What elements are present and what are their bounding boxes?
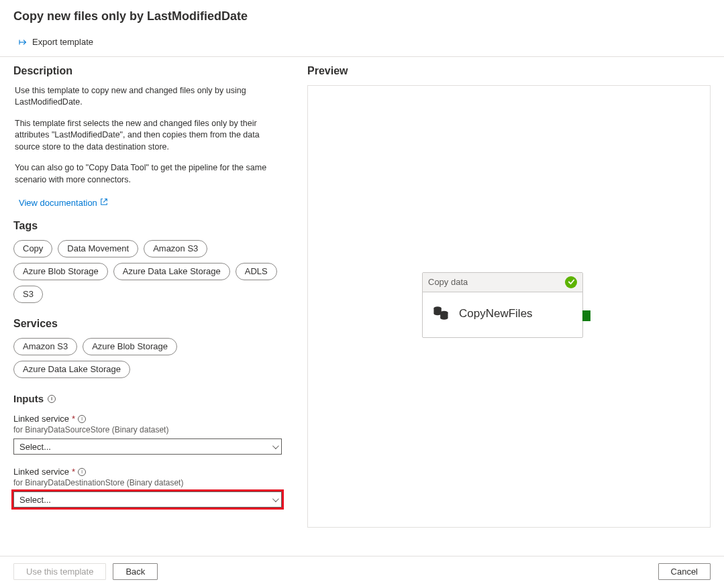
description-block: Use this template to copy new and change… xyxy=(13,85,289,186)
page-title: Copy new files only by LastModifiedDate xyxy=(13,9,711,23)
tag-pill: Azure Data Lake Storage xyxy=(113,263,230,280)
activity-header: Copy data xyxy=(423,273,582,292)
left-column: Description Use this template to copy ne… xyxy=(13,65,289,556)
page-header: Copy new files only by LastModifiedDate xyxy=(0,0,724,33)
service-pill: Azure Blob Storage xyxy=(83,338,177,355)
main-area: Description Use this template to copy ne… xyxy=(0,57,724,556)
tag-pill: Amazon S3 xyxy=(144,240,207,257)
activity-name-label: CopyNewFiles xyxy=(459,307,533,320)
select-placeholder: Select... xyxy=(19,495,51,505)
description-paragraph: You can also go to "Copy Data Tool" to g… xyxy=(15,162,276,186)
export-template-link[interactable]: Export template xyxy=(19,37,93,47)
services-heading: Services xyxy=(13,318,289,330)
footer-left: Use this template Back xyxy=(13,563,158,580)
services-row: Amazon S3 Azure Blob Storage Azure Data … xyxy=(13,338,289,378)
label-text: Linked service xyxy=(13,467,69,477)
service-pill: Amazon S3 xyxy=(13,338,77,355)
linked-service-destination-select[interactable]: Select... xyxy=(13,491,282,508)
tag-pill: Data Movement xyxy=(58,240,138,257)
tag-pill: ADLS xyxy=(236,263,277,280)
view-documentation-label: View documentation xyxy=(19,198,97,208)
description-heading: Description xyxy=(13,65,289,77)
tags-row: Copy Data Movement Amazon S3 Azure Blob … xyxy=(13,240,289,303)
select-placeholder: Select... xyxy=(19,442,51,452)
linked-service-label: Linked service * i xyxy=(13,467,289,477)
tags-heading: Tags xyxy=(13,220,289,232)
external-link-icon xyxy=(100,198,108,208)
tag-pill: Azure Blob Storage xyxy=(13,263,108,280)
connector-handle[interactable] xyxy=(582,310,590,321)
required-asterisk: * xyxy=(72,414,75,424)
inputs-heading: Inputs i xyxy=(13,393,56,404)
right-column: Preview Copy data xyxy=(307,65,711,556)
use-this-template-button: Use this template xyxy=(13,563,106,580)
linked-service-source-select[interactable]: Select... xyxy=(13,438,282,455)
chevron-down-icon xyxy=(272,495,279,502)
inputs-heading-label: Inputs xyxy=(13,393,44,404)
description-paragraph: Use this template to copy new and change… xyxy=(15,85,276,109)
info-icon[interactable]: i xyxy=(48,395,56,403)
activity-body: CopyNewFiles xyxy=(423,292,582,337)
info-icon[interactable]: i xyxy=(78,468,86,476)
required-asterisk: * xyxy=(72,467,75,477)
tag-pill: Copy xyxy=(13,240,52,257)
cancel-button[interactable]: Cancel xyxy=(658,563,711,580)
export-icon xyxy=(19,38,28,46)
linked-service-label: Linked service * i xyxy=(13,414,289,424)
info-icon[interactable]: i xyxy=(78,415,86,423)
chevron-down-icon xyxy=(272,443,279,449)
description-paragraph: This template first selects the new and … xyxy=(15,118,276,154)
label-text: Linked service xyxy=(13,414,69,424)
activity-type-label: Copy data xyxy=(428,277,468,287)
back-button[interactable]: Back xyxy=(113,563,158,580)
service-pill: Azure Data Lake Storage xyxy=(13,361,130,378)
toolbar-row: Export template xyxy=(0,33,724,57)
input-group-destination: Linked service * i for BinaryDataDestina… xyxy=(13,467,289,508)
database-icon xyxy=(432,304,450,324)
preview-canvas[interactable]: Copy data CopyNewFiles xyxy=(307,85,711,528)
linked-service-sublabel: for BinaryDataSourceStore (Binary datase… xyxy=(13,425,289,434)
view-documentation-link[interactable]: View documentation xyxy=(19,198,108,208)
export-template-label: Export template xyxy=(32,37,93,47)
linked-service-sublabel: for BinaryDataDestinationStore (Binary d… xyxy=(13,478,289,487)
tag-pill: S3 xyxy=(13,286,43,303)
input-group-source: Linked service * i for BinaryDataSourceS… xyxy=(13,414,289,455)
activity-card[interactable]: Copy data CopyNewFiles xyxy=(422,272,583,338)
footer: Use this template Back Cancel xyxy=(0,556,724,588)
preview-heading: Preview xyxy=(307,65,711,77)
success-check-icon xyxy=(565,276,577,288)
